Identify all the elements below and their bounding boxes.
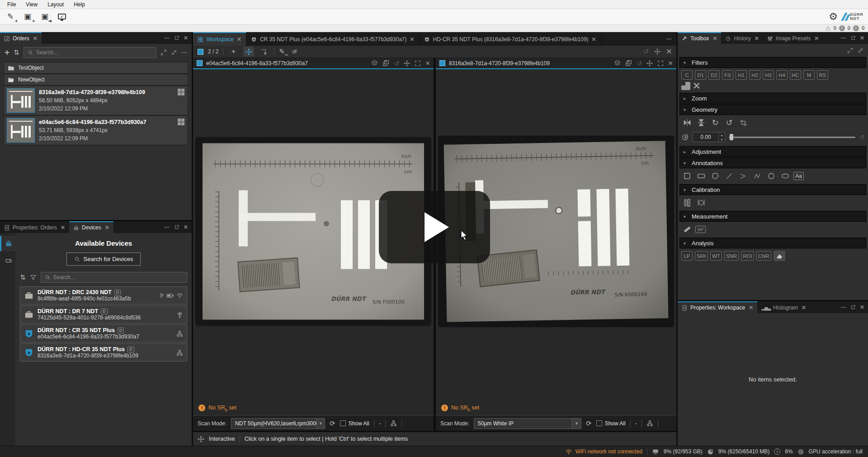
annotation-ellipse-icon[interactable] bbox=[779, 171, 791, 181]
layers-icon[interactable] bbox=[614, 60, 621, 67]
select-arrow-icon[interactable]: ▼ bbox=[316, 419, 325, 428]
settings-gear-icon[interactable]: ⚙ bbox=[829, 12, 838, 22]
flip-horizontal-icon[interactable] bbox=[681, 117, 693, 128]
expand-icon[interactable] bbox=[646, 60, 653, 67]
close-orders-tab-icon[interactable]: ✕ bbox=[33, 35, 38, 42]
video-play-overlay[interactable] bbox=[379, 191, 490, 263]
sort-orders-icon[interactable]: ⇅ bbox=[14, 48, 19, 57]
filter-h4-button[interactable]: H4 bbox=[776, 70, 788, 80]
panel-menu-icon[interactable]: ⋯ bbox=[840, 35, 846, 41]
close-tab-icon[interactable]: ✕ bbox=[814, 35, 819, 42]
rotation-angle-input[interactable]: 0.00 ▲▼ bbox=[693, 132, 725, 142]
popout-icon[interactable] bbox=[850, 305, 856, 310]
analysis-roi-button[interactable]: ROI bbox=[741, 251, 754, 261]
close-tab-icon[interactable]: ✕ bbox=[105, 224, 109, 231]
refresh-scan-modes-icon[interactable]: ⟳ bbox=[330, 419, 335, 428]
scan-mode-select[interactable]: 50µm White IP ▼ bbox=[474, 418, 581, 429]
info-circle-icon[interactable]: i bbox=[774, 448, 780, 455]
reset-view-icon[interactable]: ↺ bbox=[643, 48, 649, 56]
tab-toolbox[interactable]: Toolbox ✕ bbox=[678, 32, 721, 44]
expand-icon[interactable] bbox=[404, 60, 410, 67]
folder-testobject[interactable]: TestObject bbox=[4, 62, 188, 74]
panel-menu-icon[interactable]: ⋯ bbox=[840, 304, 846, 310]
annotation-angle-icon[interactable] bbox=[737, 171, 749, 181]
rail-network-devices[interactable] bbox=[0, 236, 15, 251]
tab-image-presets[interactable]: Image Presets ✕ bbox=[763, 32, 823, 44]
filter-rs-button[interactable]: RS bbox=[817, 70, 828, 80]
folder-newobject[interactable]: NewObject bbox=[4, 74, 188, 86]
close-workspace-icon[interactable]: ✕ bbox=[666, 48, 672, 56]
error-circle-icon[interactable]: ! bbox=[839, 25, 845, 31]
close-panel-icon[interactable]: ✕ bbox=[184, 35, 188, 41]
fullscreen-brackets-icon[interactable] bbox=[415, 60, 421, 67]
spin-down-icon[interactable]: ▼ bbox=[719, 137, 725, 142]
order-grid-icon[interactable] bbox=[178, 119, 185, 126]
show-all-checkbox[interactable] bbox=[596, 420, 602, 426]
collapse-all-icon[interactable] bbox=[171, 49, 177, 56]
collapse-sections-icon[interactable] bbox=[858, 48, 863, 53]
analysis-snr-button[interactable]: SNR bbox=[724, 251, 739, 261]
filter-h2-button[interactable]: H2 bbox=[749, 70, 760, 80]
rail-local-devices[interactable] bbox=[0, 253, 15, 268]
device-row-cr35[interactable]: DÜRR NDT : CR 35 NDT PlusD e04ac5e6-6c84… bbox=[20, 324, 187, 343]
pan-tool-icon[interactable] bbox=[243, 47, 254, 57]
reset-image-icon[interactable]: ↺ bbox=[394, 60, 399, 67]
popout-icon[interactable] bbox=[174, 35, 179, 41]
filter-corner-icon[interactable] bbox=[681, 82, 690, 90]
acquire-screen-icon[interactable]: ✓ bbox=[56, 11, 68, 22]
scan-mode-select[interactable]: NDT 50µm(HV620,laser6,rpm3000) ▼ bbox=[231, 418, 325, 429]
show-all-checkbox[interactable] bbox=[340, 420, 346, 426]
close-panel-icon[interactable]: ✕ bbox=[184, 224, 188, 230]
warning-triangle-icon[interactable]: ⚠ bbox=[826, 25, 831, 31]
refresh-scan-modes-icon[interactable]: ⟳ bbox=[586, 419, 592, 428]
close-tab-icon[interactable]: ✕ bbox=[237, 36, 241, 43]
panel-menu-icon[interactable]: ⋯ bbox=[164, 224, 170, 230]
orders-search-input[interactable] bbox=[36, 49, 152, 56]
order-item[interactable]: 8316a3e8-7d1a-4720-8f39-e3798fe4b109 56.… bbox=[4, 86, 188, 115]
tab-devices[interactable]: Devices ✕ bbox=[69, 221, 113, 233]
import-images-icon[interactable]: ▣+ bbox=[22, 11, 33, 22]
reset-rotation-icon[interactable]: ↺ bbox=[859, 133, 864, 141]
hide-annotations-icon[interactable] bbox=[289, 47, 300, 57]
close-viewer-icon[interactable]: ✕ bbox=[425, 60, 430, 67]
calibration-pen-ruler-icon[interactable] bbox=[681, 197, 693, 208]
network-icon[interactable] bbox=[390, 420, 397, 427]
expand-all-icon[interactable] bbox=[160, 49, 167, 56]
measure-ruler-icon[interactable] bbox=[681, 224, 693, 235]
rotation-slider[interactable] bbox=[729, 133, 855, 141]
filter-m-button[interactable]: M bbox=[803, 70, 815, 80]
section-calibration[interactable]: ▾Calibration bbox=[679, 184, 866, 195]
close-tab-icon[interactable]: ✕ bbox=[61, 224, 65, 231]
tab-orders[interactable]: Orders ✕ bbox=[0, 32, 42, 44]
search-for-devices-button[interactable]: Search for Devices bbox=[66, 252, 141, 266]
close-panel-icon[interactable]: ✕ bbox=[860, 304, 864, 310]
tabbar-menu-icon[interactable]: ⋯ bbox=[666, 36, 672, 42]
section-adjustment[interactable]: ▸Adjustment bbox=[679, 146, 866, 157]
reset-image-icon[interactable]: ↺ bbox=[637, 60, 642, 67]
section-annotations[interactable]: ▾Annotations bbox=[679, 157, 866, 168]
popout-icon[interactable] bbox=[174, 224, 179, 230]
section-zoom[interactable]: ▸Zoom bbox=[679, 93, 866, 104]
export-images-icon[interactable]: ▣➜ bbox=[39, 11, 51, 22]
tab-workspace[interactable]: Workspace ✕ bbox=[193, 32, 246, 46]
annotation-text-icon[interactable]: Aa bbox=[793, 172, 804, 180]
filter-d2-button[interactable]: D2 bbox=[708, 70, 720, 80]
image-stack-icon[interactable] bbox=[382, 60, 389, 67]
tab-histogram[interactable]: ▂▅▃ Histogram ✕ bbox=[757, 301, 810, 313]
annotation-line-icon[interactable] bbox=[723, 171, 735, 181]
close-panel-icon[interactable]: ✕ bbox=[860, 35, 864, 41]
tab-properties-workspace[interactable]: Properties: Workspace ✕ bbox=[678, 301, 757, 313]
filter-c-button[interactable]: C bbox=[681, 70, 693, 80]
add-order-button[interactable]: + bbox=[5, 49, 9, 56]
section-filters[interactable]: ▾Filters bbox=[679, 57, 866, 68]
select-tool-icon[interactable] bbox=[259, 47, 269, 57]
close-tab-icon[interactable]: ✕ bbox=[802, 305, 806, 311]
close-tab-icon[interactable]: ✕ bbox=[749, 305, 753, 311]
device-row-hdcr35[interactable]: DÜRR NDT : HD-CR 35 NDT PlusD 8316a3e8-7… bbox=[20, 343, 187, 362]
draw-tool-icon[interactable]: ✎∞ bbox=[279, 48, 285, 56]
close-tab-icon[interactable]: ✕ bbox=[755, 35, 759, 42]
section-analysis[interactable]: ▾Analysis bbox=[679, 238, 866, 248]
filter-fs-button[interactable]: FS bbox=[722, 70, 733, 80]
analysis-cnr-button[interactable]: CNR bbox=[756, 251, 771, 261]
analysis-wt-button[interactable]: WT bbox=[710, 251, 722, 261]
